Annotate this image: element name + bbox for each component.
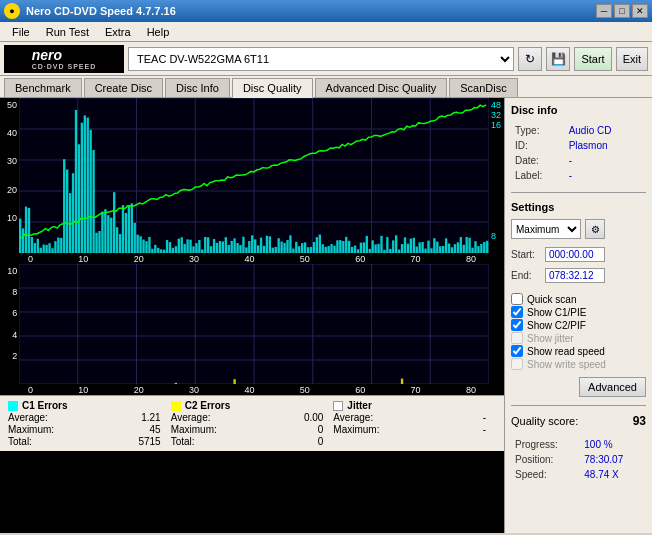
- logo-nero-text: nero: [32, 47, 62, 63]
- start-button[interactable]: Start: [574, 47, 611, 71]
- disc-id-label: ID:: [513, 139, 565, 152]
- main-content: 50 40 30 20 10 48 32 16 8 0 10 20: [0, 98, 652, 533]
- legend-c1-total-label: Total:: [8, 436, 32, 447]
- quick-scan-row: Quick scan: [511, 293, 646, 305]
- refresh-button[interactable]: ↻: [518, 47, 542, 71]
- tab-disc-info[interactable]: Disc Info: [165, 78, 230, 97]
- quality-score-label: Quality score:: [511, 415, 578, 427]
- speed-label: Speed:: [513, 468, 580, 481]
- legend-jitter-max-label: Maximum:: [333, 424, 379, 435]
- window-title: Nero CD-DVD Speed 4.7.7.16: [26, 5, 176, 17]
- legend-c1-avg-row: Average: 1.21: [8, 412, 171, 423]
- legend-jitter-max-row: Maximum: -: [333, 424, 496, 435]
- legend-jitter-avg-label: Average:: [333, 412, 373, 423]
- show-c1-pie-checkbox[interactable]: [511, 306, 523, 318]
- disc-info-type-row: Type: Audio CD: [513, 124, 644, 137]
- show-c2-pif-row: Show C2/PIF: [511, 319, 646, 331]
- logo-sub-text: CD·DVD SPEED: [32, 63, 97, 70]
- legend-c1-avg-value: 1.21: [141, 412, 160, 423]
- exit-button[interactable]: Exit: [616, 47, 648, 71]
- app-logo: nero CD·DVD SPEED: [4, 45, 124, 73]
- legend-c2-avg-value: 0.00: [304, 412, 323, 423]
- show-write-speed-checkbox[interactable]: [511, 358, 523, 370]
- save-button[interactable]: 💾: [546, 47, 570, 71]
- menu-file[interactable]: File: [4, 24, 38, 40]
- legend-jitter-label: Jitter: [347, 400, 371, 411]
- settings-title: Settings: [511, 201, 646, 213]
- show-read-speed-checkbox[interactable]: [511, 345, 523, 357]
- quick-scan-checkbox[interactable]: [511, 293, 523, 305]
- show-write-speed-row: Show write speed: [511, 358, 646, 370]
- title-bar-left: ● Nero CD-DVD Speed 4.7.7.16: [4, 3, 176, 19]
- legend-c1-header: C1 Errors: [8, 400, 171, 411]
- disc-date-label: Date:: [513, 154, 565, 167]
- charts-panel: 50 40 30 20 10 48 32 16 8 0 10 20: [0, 98, 504, 533]
- legend-c2-total-row: Total: 0: [171, 436, 334, 447]
- top-chart-canvas-area: [19, 98, 489, 253]
- settings-quality-row: Maximum High Medium Low ⚙: [511, 219, 646, 239]
- show-jitter-row: Show jitter: [511, 332, 646, 344]
- disc-info-label-row: Label: -: [513, 169, 644, 182]
- legend-c1-max-value: 45: [150, 424, 161, 435]
- advanced-button[interactable]: Advanced: [579, 377, 646, 397]
- menu-extra[interactable]: Extra: [97, 24, 139, 40]
- right-panel: Disc info Type: Audio CD ID: Plasmon Dat…: [504, 98, 652, 533]
- disc-date-value: -: [567, 154, 644, 167]
- legend-c2-label: C2 Errors: [185, 400, 231, 411]
- menu-help[interactable]: Help: [139, 24, 178, 40]
- legend-c2-max-row: Maximum: 0: [171, 424, 334, 435]
- bottom-x-labels: 0 10 20 30 40 50 60 70 80: [28, 384, 476, 395]
- show-jitter-checkbox[interactable]: [511, 332, 523, 344]
- tab-advanced-disc-quality[interactable]: Advanced Disc Quality: [315, 78, 448, 97]
- legend-jitter: Jitter Average: - Maximum: -: [333, 400, 496, 447]
- disc-info-title: Disc info: [511, 104, 646, 116]
- disc-label-value: -: [567, 169, 644, 182]
- legend-c2-total-label: Total:: [171, 436, 195, 447]
- legend-jitter-box: [333, 401, 343, 411]
- position-label: Position:: [513, 453, 580, 466]
- divider-1: [511, 192, 646, 193]
- legend-c2-total-value: 0: [318, 436, 324, 447]
- show-c1-pie-row: Show C1/PIE: [511, 306, 646, 318]
- disc-info-table: Type: Audio CD ID: Plasmon Date: - Label…: [511, 122, 646, 184]
- progress-value: 100 %: [582, 438, 644, 451]
- drive-select[interactable]: TEAC DV-W522GMA 6T11: [128, 47, 514, 71]
- tab-scan-disc[interactable]: ScanDisc: [449, 78, 517, 97]
- settings-icon-button[interactable]: ⚙: [585, 219, 605, 239]
- close-button[interactable]: ✕: [632, 4, 648, 18]
- disc-type-label: Type:: [513, 124, 565, 137]
- legend-c2: C2 Errors Average: 0.00 Maximum: 0 Total…: [171, 400, 334, 447]
- disc-id-value: Plasmon: [567, 139, 644, 152]
- tab-disc-quality[interactable]: Disc Quality: [232, 78, 313, 98]
- minimize-button[interactable]: ─: [596, 4, 612, 18]
- title-controls: ─ □ ✕: [596, 4, 648, 18]
- top-chart-wrapper: 50 40 30 20 10 48 32 16 8: [0, 98, 504, 253]
- show-jitter-label: Show jitter: [527, 333, 574, 344]
- bottom-chart-canvas-area: [19, 264, 489, 384]
- bottom-x-axis: 0 10 20 30 40 50 60 70 80: [0, 384, 504, 395]
- show-c2-pif-checkbox[interactable]: [511, 319, 523, 331]
- legend-c2-header: C2 Errors: [171, 400, 334, 411]
- legend-c1: C1 Errors Average: 1.21 Maximum: 45 Tota…: [8, 400, 171, 447]
- progress-table: Progress: 100 % Position: 78:30.07 Speed…: [511, 436, 646, 483]
- tab-benchmark[interactable]: Benchmark: [4, 78, 82, 97]
- disc-type-value: Audio CD: [567, 124, 644, 137]
- toolbar: nero CD·DVD SPEED TEAC DV-W522GMA 6T11 ↻…: [0, 42, 652, 76]
- legend-c1-avg-label: Average:: [8, 412, 48, 423]
- speed-row: Speed: 48.74 X: [513, 468, 644, 481]
- menu-run-test[interactable]: Run Test: [38, 24, 97, 40]
- show-read-speed-label: Show read speed: [527, 346, 605, 357]
- divider-2: [511, 405, 646, 406]
- position-row: Position: 78:30.07: [513, 453, 644, 466]
- tab-create-disc[interactable]: Create Disc: [84, 78, 163, 97]
- progress-row: Progress: 100 %: [513, 438, 644, 451]
- app-icon: ●: [4, 3, 20, 19]
- settings-quality-select[interactable]: Maximum High Medium Low: [511, 219, 581, 239]
- legend-area: C1 Errors Average: 1.21 Maximum: 45 Tota…: [0, 395, 504, 451]
- maximize-button[interactable]: □: [614, 4, 630, 18]
- top-x-axis: 0 10 20 30 40 50 60 70 80: [0, 253, 504, 264]
- bottom-chart-y-right-spacer: [489, 264, 504, 384]
- legend-c2-avg-row: Average: 0.00: [171, 412, 334, 423]
- quality-score-value: 93: [633, 414, 646, 428]
- disc-info-id-row: ID: Plasmon: [513, 139, 644, 152]
